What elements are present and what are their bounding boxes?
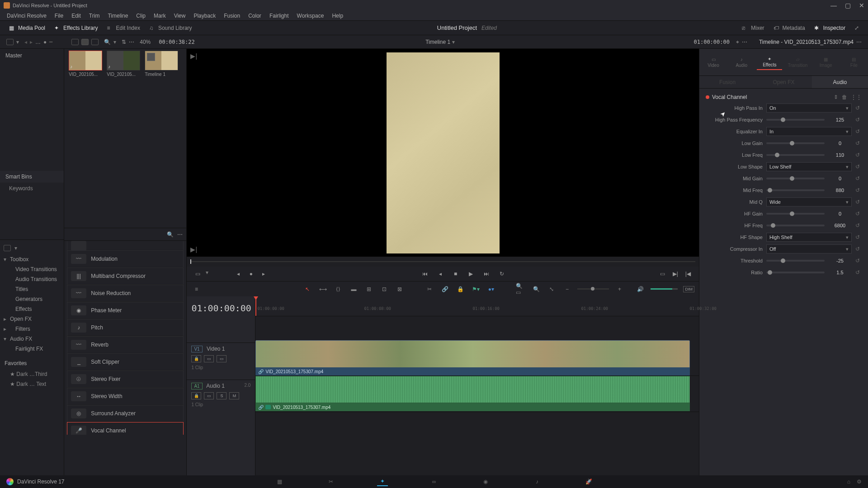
mid-q-select[interactable]: Wide▾ <box>766 197 852 206</box>
compressor-in-select[interactable]: Off▾ <box>766 244 852 253</box>
master-bin[interactable]: Master <box>0 49 64 62</box>
play-button[interactable]: ▶ <box>467 269 476 278</box>
zoom-in-icon[interactable]: + <box>614 284 624 294</box>
lock-track-icon[interactable]: 🔒 <box>191 392 201 399</box>
insert-tool[interactable]: ⊞ <box>364 284 374 294</box>
audiofx-group[interactable]: Audio FX <box>0 334 64 344</box>
fx-item[interactable]: |||Multiband Compressor <box>67 267 184 285</box>
equalizer-in-select[interactable]: In▾ <box>766 127 852 136</box>
param-value[interactable]: 880 <box>828 188 852 193</box>
chevron-down-icon[interactable]: ▾ <box>16 39 19 45</box>
video-track-header[interactable]: V1 Video 1 🔒 ▭ ▭ 1 Clip <box>187 343 255 380</box>
menu-trim[interactable]: Trim <box>85 13 104 19</box>
fx-item-selected[interactable]: 🎤Vocal Channel <box>67 422 184 435</box>
dynamic-trim-tool[interactable]: ⟨⟩ <box>333 284 343 294</box>
fx-item[interactable]: 〰Reverb <box>67 336 184 353</box>
auto-select-icon[interactable]: ▭ <box>204 355 214 362</box>
link-tool[interactable]: 🔗 <box>440 284 450 294</box>
last-frame-button[interactable]: ⏭ <box>482 269 491 278</box>
param-value[interactable]: 0 <box>828 176 852 181</box>
close-button[interactable]: ✕ <box>859 2 864 9</box>
audio-track[interactable]: 🔗VID_20210513_175307.mp4 <box>255 376 699 412</box>
metadata-toggle[interactable]: 🏷Metadata <box>769 21 810 35</box>
chevron-down-icon[interactable]: ▾ <box>14 245 17 251</box>
reset-icon[interactable]: ↺ <box>855 234 862 240</box>
menu-fusion[interactable]: Fusion <box>220 13 244 19</box>
menu-workspace[interactable]: Workspace <box>293 13 328 19</box>
menu-file[interactable]: File <box>51 13 67 19</box>
clip-thumbnail[interactable]: ♪ VID_202105... <box>107 51 140 77</box>
fx-panel-icon[interactable] <box>4 245 11 251</box>
first-frame-button[interactable]: ⏮ <box>420 269 429 278</box>
home-icon[interactable]: ⌂ <box>847 479 850 485</box>
clip-thumbnail[interactable]: ♪ VID_202105... <box>69 51 102 77</box>
chevron-down-icon[interactable]: ▾ <box>113 39 116 45</box>
sort-icon[interactable]: ⇅ <box>122 39 126 45</box>
bin-view-icon[interactable] <box>6 39 14 45</box>
smart-bins-header[interactable]: Smart Bins <box>0 171 64 183</box>
hf-gain-slider[interactable] <box>766 213 825 215</box>
param-value[interactable]: 0 <box>828 211 852 216</box>
zoom-timeline-icon[interactable]: 🔍 <box>531 284 541 294</box>
nav-more-icon[interactable]: … <box>35 39 41 45</box>
replace-tool[interactable]: ⊠ <box>395 284 405 294</box>
flag-tool[interactable]: ⚑▾ <box>471 284 481 294</box>
keywords-bin[interactable]: Keywords <box>0 183 64 194</box>
viewer-more-icon[interactable]: ⋯ <box>742 39 747 45</box>
low-freq-slider[interactable] <box>766 154 825 156</box>
sound-library-toggle[interactable]: ♫Sound Library <box>145 21 197 35</box>
fx-item[interactable]: ↔Stereo Width <box>67 388 184 405</box>
reset-icon[interactable]: ↺ <box>855 175 862 182</box>
reset-icon[interactable]: ↺ <box>855 199 862 205</box>
metadata-view-icon[interactable] <box>71 39 79 45</box>
viewer[interactable]: ▶| ▶| <box>187 49 699 257</box>
reset-icon[interactable]: ↺ <box>855 128 862 135</box>
favorite-item[interactable]: ★ Dark …Third <box>0 369 64 379</box>
menu-davinci[interactable]: DaVinci Resolve <box>3 13 51 19</box>
edit-page-icon[interactable]: ✦ <box>377 477 388 486</box>
reset-icon[interactable]: ↺ <box>855 187 862 193</box>
maximize-button[interactable]: ▢ <box>845 2 851 9</box>
inspector-tab-audio[interactable]: ♪Audio <box>729 55 754 70</box>
blade-tool[interactable]: ▬ <box>349 284 359 294</box>
fx-item[interactable]: ◉Phase Meter <box>67 302 184 319</box>
timeline-thumbnail[interactable]: Timeline 1 <box>145 51 178 77</box>
crop-icon[interactable]: ▭ <box>193 269 202 278</box>
timeline-ruler[interactable]: 01:00:00:00 01:00:08:00 01:00:16:00 01:0… <box>255 296 699 316</box>
search-icon[interactable]: 🔍 <box>167 231 174 238</box>
subtab-audio[interactable]: Audio <box>812 76 868 88</box>
nav-fwd-icon[interactable]: ▸ <box>30 39 33 45</box>
fx-item[interactable]: 〰Noise Reduction <box>67 285 184 302</box>
mute-button[interactable]: M <box>229 392 239 399</box>
solo-button[interactable]: S <box>217 392 226 399</box>
fx-item[interactable]: ♪Pitch <box>67 319 184 336</box>
high-pass-freq-slider[interactable] <box>766 119 825 121</box>
enable-dot-icon[interactable] <box>706 95 709 99</box>
controls-icon[interactable]: ⋮⋮ <box>851 94 862 100</box>
volume-slider[interactable] <box>651 288 678 290</box>
settings-icon[interactable]: ⚙ <box>857 479 862 485</box>
v1-badge[interactable]: V1 <box>191 346 202 352</box>
marker-dot-icon[interactable]: ● <box>246 269 255 278</box>
volume-icon[interactable]: 🔊 <box>635 284 645 294</box>
hf-shape-select[interactable]: High Shelf▾ <box>766 233 852 242</box>
thumb-view-icon[interactable] <box>81 39 89 45</box>
prev-frame-button[interactable]: ◂ <box>436 269 445 278</box>
titles-group[interactable]: Titles <box>0 284 64 294</box>
next-edit-icon[interactable]: ▸ <box>259 269 268 278</box>
low-gain-slider[interactable] <box>766 142 825 144</box>
gps-icon[interactable]: ⌖ <box>736 39 739 45</box>
inspector-more-icon[interactable]: ⋯ <box>856 39 862 45</box>
prev-clip-icon[interactable]: |◀ <box>684 269 693 278</box>
audio-clip[interactable] <box>255 376 690 403</box>
fusion-page-icon[interactable]: ∞ <box>429 477 439 486</box>
fx-item[interactable]: ◎Surround Analyzer <box>67 405 184 422</box>
step-in-icon[interactable]: ▶| <box>190 52 197 60</box>
reset-icon[interactable]: ↺ <box>855 140 862 146</box>
step-out-icon[interactable]: ▶| <box>190 246 197 253</box>
menu-fairlight[interactable]: Fairlight <box>265 13 293 19</box>
dim-button[interactable]: DIM <box>683 286 694 292</box>
video-track[interactable]: 🔗VID_20210513_175307.mp4 <box>255 339 699 376</box>
menu-view[interactable]: View <box>170 13 190 19</box>
reset-icon[interactable]: ↺ <box>855 152 862 158</box>
